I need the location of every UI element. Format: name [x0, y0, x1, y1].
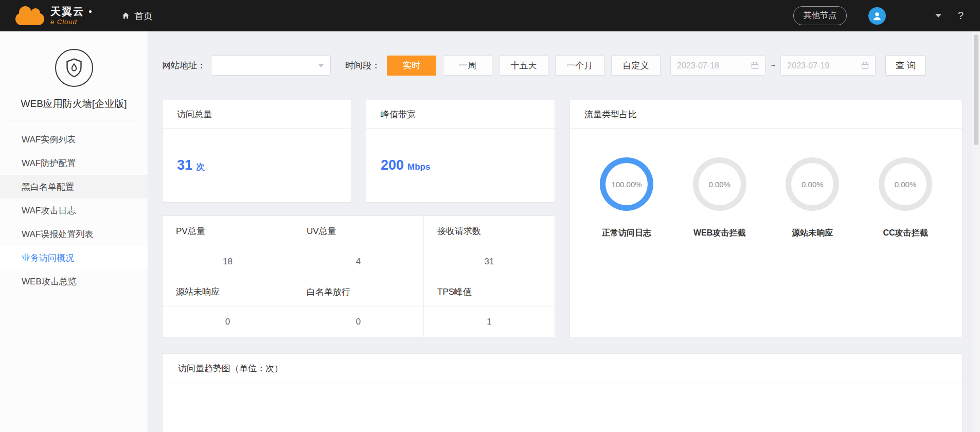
- site-address-select[interactable]: [211, 56, 331, 76]
- peak-bandwidth-title: 峰值带宽: [366, 100, 555, 129]
- date-from-input[interactable]: 2023-07-18: [670, 56, 765, 76]
- main-content: 网站地址： 时间段： 实时 一周 十五天 一个月 自定义 2023-07-18 …: [148, 31, 980, 432]
- scrollbar-thumb[interactable]: [974, 34, 978, 145]
- nav-home[interactable]: 首页: [121, 10, 153, 22]
- chevron-down-icon[interactable]: [935, 14, 941, 17]
- donut-percent: 0.00%: [895, 180, 917, 189]
- donut-percent: 100.00%: [611, 180, 642, 189]
- waf-shield-icon: [55, 49, 93, 87]
- brand-logo[interactable]: 天翼云 e Cloud: [15, 6, 92, 25]
- date-from-value: 2023-07-18: [677, 61, 719, 70]
- sidebar: WEB应用防火墙[企业版] WAF实例列表 WAF防护配置 黑白名单配置 WAF…: [0, 31, 148, 432]
- donut-percent: 0.00%: [801, 180, 824, 189]
- peak-bandwidth-card: 峰值带宽 200 Mbps: [366, 100, 555, 203]
- donut-chart: 0.00%: [786, 157, 839, 211]
- donut-chart: 0.00%: [693, 157, 746, 211]
- calendar-icon: [861, 62, 869, 69]
- total-visits-card: 访问总量 31 次: [162, 100, 351, 203]
- sidebar-item-waf-false-positive-list[interactable]: WAF误报处置列表: [0, 222, 148, 246]
- donut-label: WEB攻击拦截: [693, 228, 745, 239]
- traffic-type-card: 流量类型占比 100.00% 正常访问日志 0.00% WEB攻击拦截: [569, 100, 963, 337]
- scrollbar-track[interactable]: [972, 31, 980, 432]
- sidebar-menu: WAF实例列表 WAF防护配置 黑白名单配置 WAF攻击日志 WAF误报处置列表…: [0, 128, 148, 293]
- user-icon: [871, 10, 883, 22]
- donut-chart: 100.00%: [600, 157, 653, 211]
- table-header-cell: 源站未响应: [163, 277, 293, 307]
- content-grid: 访问总量 31 次 峰值带宽 200 Mbps: [162, 100, 963, 337]
- table-value-cell: 1: [424, 307, 555, 337]
- sidebar-item-waf-protection-config[interactable]: WAF防护配置: [0, 151, 148, 175]
- sidebar-item-blackwhite-list-config[interactable]: 黑白名单配置: [0, 175, 148, 199]
- period-button-15days[interactable]: 十五天: [499, 56, 548, 76]
- sidebar-item-business-access-overview[interactable]: 业务访问概况: [0, 246, 148, 269]
- table-value-cell: 18: [163, 246, 293, 277]
- brand-text: 天翼云 e Cloud: [50, 6, 92, 25]
- peak-bandwidth-body: 200 Mbps: [366, 129, 555, 202]
- total-visits-unit: 次: [196, 161, 205, 173]
- select-caret-icon: [318, 64, 324, 67]
- table-header-cell: TPS峰值: [424, 277, 555, 307]
- traffic-donuts-row: 100.00% 正常访问日志 0.00% WEB攻击拦截 0.00%: [570, 129, 962, 239]
- donut-normal-access: 100.00% 正常访问日志: [583, 157, 670, 239]
- donut-web-attack-block: 0.00% WEB攻击拦截: [676, 157, 763, 239]
- other-nodes-button[interactable]: 其他节点: [793, 6, 847, 25]
- date-to-value: 2023-07-19: [787, 61, 829, 70]
- donut-label: CC攻击拦截: [883, 228, 928, 239]
- period-button-custom[interactable]: 自定义: [611, 56, 661, 76]
- total-visits-body: 31 次: [163, 129, 351, 202]
- site-address-label: 网站地址：: [162, 60, 206, 71]
- date-to-input[interactable]: 2023-07-19: [780, 56, 876, 76]
- visit-trend-card: 访问量趋势图（单位：次）: [162, 353, 963, 432]
- period-button-month[interactable]: 一个月: [555, 56, 604, 76]
- table-header-cell: 接收请求数: [424, 216, 555, 246]
- table-value-cell: 4: [293, 246, 424, 277]
- traffic-type-title: 流量类型占比: [570, 100, 962, 129]
- left-column: 访问总量 31 次 峰值带宽 200 Mbps: [162, 100, 555, 337]
- date-range-separator: ~: [771, 61, 775, 70]
- brand-name-cn: 天翼云: [50, 6, 84, 16]
- donut-cc-attack-block: 0.00% CC攻击拦截: [862, 157, 949, 239]
- total-visits-title: 访问总量: [163, 100, 351, 129]
- help-icon[interactable]: ?: [958, 10, 964, 22]
- table-header-cell: 白名单放行: [293, 277, 424, 307]
- total-visits-value: 31: [177, 157, 192, 173]
- period-button-week[interactable]: 一周: [443, 56, 492, 76]
- stat-cards-row: 访问总量 31 次 峰值带宽 200 Mbps: [162, 100, 555, 203]
- brand-name-en: e Cloud: [50, 19, 92, 25]
- period-label: 时间段：: [345, 60, 380, 71]
- topbar-right: 其他节点 ?: [793, 6, 968, 25]
- donut-chart: 0.00%: [879, 157, 932, 211]
- donut-label: 正常访问日志: [602, 228, 651, 239]
- donut-percent: 0.00%: [708, 180, 730, 189]
- table-header-cell: PV总量: [163, 216, 293, 246]
- brand-dot: [89, 10, 92, 13]
- metrics-table: PV总量 UV总量 接收请求数 18 4 31 源站未响应 白名单放行 TPS峰…: [162, 215, 555, 337]
- query-button[interactable]: 查 询: [885, 56, 925, 76]
- filter-bar: 网站地址： 时间段： 实时 一周 十五天 一个月 自定义 2023-07-18 …: [162, 56, 963, 76]
- nav-home-label: 首页: [134, 10, 153, 22]
- calendar-icon: [751, 62, 759, 69]
- table-header-cell: UV总量: [293, 216, 424, 246]
- donut-origin-no-response: 0.00% 源站未响应: [769, 157, 856, 239]
- visit-trend-title: 访问量趋势图（单位：次）: [163, 354, 962, 383]
- donut-label: 源站未响应: [792, 228, 833, 239]
- topbar: 天翼云 e Cloud 首页 其他节点 ?: [0, 0, 980, 31]
- home-icon: [121, 11, 130, 20]
- cloud-logo-icon: [15, 13, 44, 25]
- sidebar-item-waf-attack-logs[interactable]: WAF攻击日志: [0, 199, 148, 222]
- table-value-cell: 31: [424, 246, 555, 277]
- sidebar-item-waf-instance-list[interactable]: WAF实例列表: [0, 128, 148, 151]
- table-value-cell: 0: [293, 307, 424, 337]
- peak-bandwidth-unit: Mbps: [407, 162, 430, 172]
- peak-bandwidth-value: 200: [381, 157, 404, 173]
- table-value-cell: 0: [163, 307, 293, 337]
- avatar[interactable]: [868, 7, 886, 25]
- product-title: WEB应用防火墙[企业版]: [8, 97, 139, 120]
- page-layout: WEB应用防火墙[企业版] WAF实例列表 WAF防护配置 黑白名单配置 WAF…: [0, 31, 980, 432]
- period-button-realtime[interactable]: 实时: [387, 56, 436, 76]
- sidebar-item-web-attack-overview[interactable]: WEB攻击总览: [0, 269, 148, 293]
